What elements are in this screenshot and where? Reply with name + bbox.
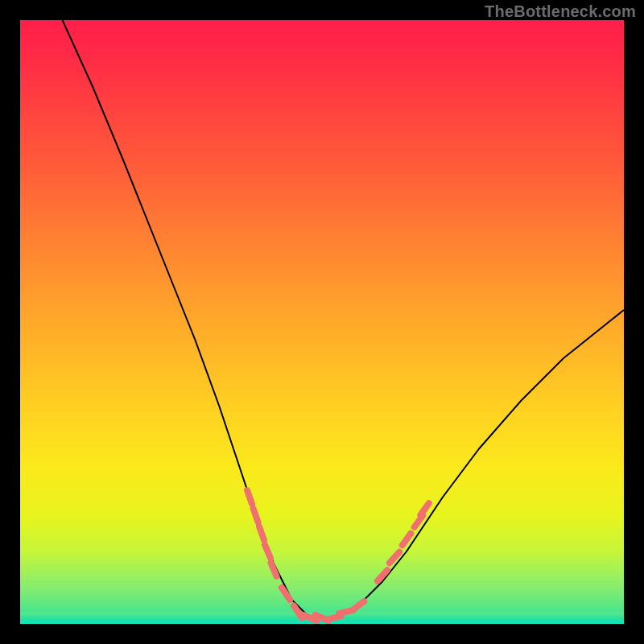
marker-dash [265,545,270,559]
marker-dash [402,534,411,546]
marker-dash [378,570,387,580]
watermark-text: TheBottleneck.com [485,2,636,21]
chart-frame: TheBottleneck.com [0,0,644,644]
marker-dash [353,601,364,610]
marker-dash [247,490,252,504]
marker-dash [282,588,290,600]
marker-dash [259,526,264,540]
bottleneck-curve [20,20,624,624]
marker-dash [271,563,277,576]
marker-dash [254,509,258,522]
curve-line [63,20,625,618]
curve-markers [247,490,429,621]
marker-dash [420,503,428,515]
